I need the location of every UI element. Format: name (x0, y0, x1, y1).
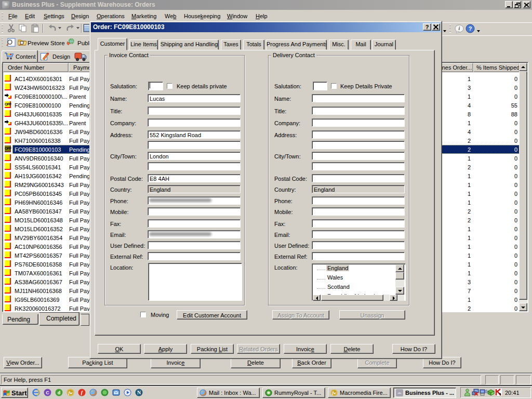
svg-text:N: N (137, 390, 141, 395)
svg-text:fw: fw (69, 391, 73, 395)
svg-text:d: d (58, 390, 61, 395)
svg-text:C: C (46, 390, 49, 395)
svg-text:?: ? (469, 25, 472, 32)
svg-text:fw: fw (332, 391, 336, 395)
svg-text:?: ? (425, 24, 429, 30)
svg-text:i: i (459, 25, 460, 31)
